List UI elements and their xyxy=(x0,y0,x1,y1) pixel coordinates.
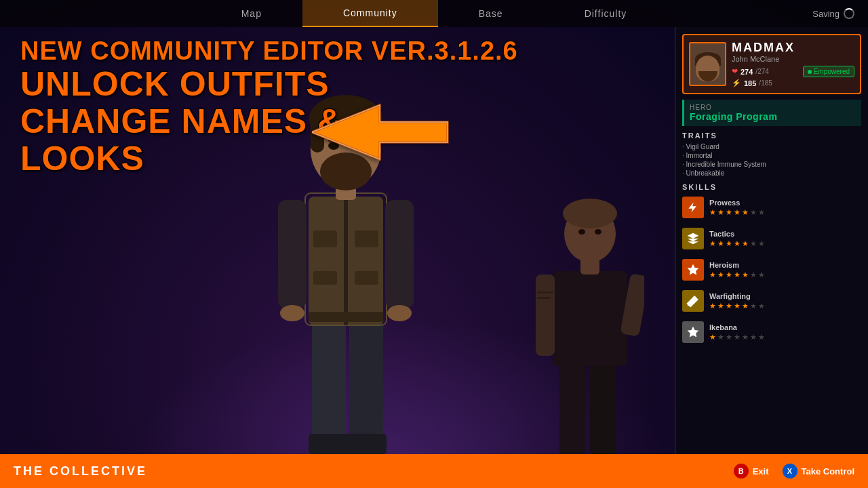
star: ★ xyxy=(709,270,716,279)
trait-4: Unbreakable xyxy=(682,169,861,178)
character-stats: ❤ 274 /274 Empowered ⚡ 185 /185 xyxy=(732,66,854,87)
prowess-icon xyxy=(682,197,704,218)
health-stat: ❤ 274 /274 xyxy=(732,67,769,76)
trait-3: Incredible Immune System xyxy=(682,160,861,169)
collective-name: THE COLLECTIVE xyxy=(14,464,147,479)
exit-button[interactable]: B Exit xyxy=(734,464,769,479)
take-control-button[interactable]: X Take Control xyxy=(783,464,855,479)
nav-community[interactable]: Community xyxy=(302,0,438,27)
bottom-controls: B Exit X Take Control xyxy=(734,464,854,479)
stamina-icon: ⚡ xyxy=(732,79,741,87)
svg-rect-29 xyxy=(559,359,585,454)
svg-rect-8 xyxy=(313,230,337,247)
star-empty: ★ xyxy=(758,270,765,279)
skills-section: SKILLS Prowess ★ ★ ★ ★ ★ ★ ★ xyxy=(682,183,861,346)
star: ★ xyxy=(709,208,716,217)
svg-point-17 xyxy=(387,305,412,321)
svg-rect-14 xyxy=(278,200,307,308)
star-empty: ★ xyxy=(750,270,757,279)
hero-program: Foraging Program xyxy=(690,111,856,122)
emp-dot xyxy=(808,70,812,74)
star: ★ xyxy=(709,333,716,342)
stamina-max: /185 xyxy=(759,79,772,87)
b-button: B xyxy=(734,464,749,479)
stamina-value: 185 xyxy=(744,79,756,87)
x-button: X xyxy=(783,464,797,479)
star: ★ xyxy=(734,270,741,279)
svg-rect-9 xyxy=(355,230,378,247)
star: ★ xyxy=(742,270,749,279)
prowess-stars: ★ ★ ★ ★ ★ ★ ★ xyxy=(709,208,861,217)
nav-difficulty[interactable]: Difficulty xyxy=(544,0,668,27)
star-empty: ★ xyxy=(717,333,724,342)
svg-rect-38 xyxy=(537,297,551,299)
svg-rect-32 xyxy=(536,274,555,356)
star-empty: ★ xyxy=(726,333,732,342)
skill-heroism: Heroism ★ ★ ★ ★ ★ ★ ★ xyxy=(682,256,861,283)
star: ★ xyxy=(726,239,732,248)
skill-warfighting: Warfighting ★ ★ ★ ★ ★ ★ ★ xyxy=(682,287,861,314)
svg-point-39 xyxy=(578,229,585,235)
traits-section: TRAITS Vigil Guard Immortal Incredible I… xyxy=(682,131,861,178)
traits-header: TRAITS xyxy=(682,131,861,140)
star: ★ xyxy=(726,302,732,310)
star: ★ xyxy=(734,208,741,217)
ikebana-stars: ★ ★ ★ ★ ★ ★ ★ xyxy=(709,333,861,342)
prowess-name: Prowess xyxy=(709,199,861,207)
bottom-bar: THE COLLECTIVE B Exit X Take Control xyxy=(0,454,868,488)
ikebana-info: Ikebana ★ ★ ★ ★ ★ ★ ★ xyxy=(709,323,861,342)
svg-rect-4 xyxy=(309,434,349,454)
warfighting-stars: ★ ★ ★ ★ ★ ★ ★ xyxy=(709,302,861,310)
svg-rect-30 xyxy=(590,359,616,454)
svg-rect-11 xyxy=(355,271,378,285)
saving-indicator: Saving xyxy=(812,8,854,19)
nav-map[interactable]: Map xyxy=(201,0,302,27)
heart-icon: ❤ xyxy=(732,67,738,76)
skill-ikebana: Ikebana ★ ★ ★ ★ ★ ★ ★ xyxy=(682,319,861,346)
svg-rect-10 xyxy=(313,271,337,285)
star-empty: ★ xyxy=(750,208,757,217)
svg-point-40 xyxy=(595,229,601,235)
character-info: MADMAX John McClane ❤ 274 /274 Empowered… xyxy=(732,41,854,87)
prowess-info: Prowess ★ ★ ★ ★ ★ ★ ★ xyxy=(709,199,861,217)
trait-2: Immortal xyxy=(682,151,861,160)
star: ★ xyxy=(726,208,732,217)
svg-rect-5 xyxy=(346,434,387,454)
arrow-indicator xyxy=(312,98,461,169)
star: ★ xyxy=(717,208,724,217)
stamina-stat: ⚡ 185 /185 xyxy=(732,79,854,87)
exit-label: Exit xyxy=(753,466,769,476)
health-value: 274 xyxy=(741,68,753,76)
heroism-name: Heroism xyxy=(709,261,861,269)
svg-point-16 xyxy=(280,305,304,321)
star: ★ xyxy=(742,208,749,217)
star: ★ xyxy=(726,270,732,279)
star: ★ xyxy=(734,239,741,248)
character-photo xyxy=(689,42,726,86)
skill-prowess: Prowess ★ ★ ★ ★ ★ ★ ★ xyxy=(682,194,861,221)
star: ★ xyxy=(742,302,749,310)
star-empty: ★ xyxy=(742,333,749,342)
tactics-icon xyxy=(682,228,704,249)
star: ★ xyxy=(734,302,741,310)
hero-label: Hero xyxy=(690,104,856,111)
star-empty: ★ xyxy=(758,239,765,248)
warfighting-icon xyxy=(682,290,704,312)
star: ★ xyxy=(717,270,724,279)
heroism-icon xyxy=(682,259,704,281)
svg-rect-31 xyxy=(553,271,627,366)
star: ★ xyxy=(742,239,749,248)
svg-rect-37 xyxy=(537,291,553,293)
nav-base[interactable]: Base xyxy=(438,0,544,27)
ikebana-name: Ikebana xyxy=(709,323,861,331)
character-name: MADMAX xyxy=(732,41,854,55)
star-empty: ★ xyxy=(758,208,765,217)
top-navigation: Map Community Base Difficulty Saving xyxy=(0,0,868,27)
star: ★ xyxy=(709,239,716,248)
tactics-stars: ★ ★ ★ ★ ★ ★ ★ xyxy=(709,239,861,248)
star-empty: ★ xyxy=(750,239,757,248)
background-character xyxy=(536,183,644,454)
star-empty: ★ xyxy=(750,302,757,310)
star-empty: ★ xyxy=(758,333,765,342)
skills-header: SKILLS xyxy=(682,183,861,191)
